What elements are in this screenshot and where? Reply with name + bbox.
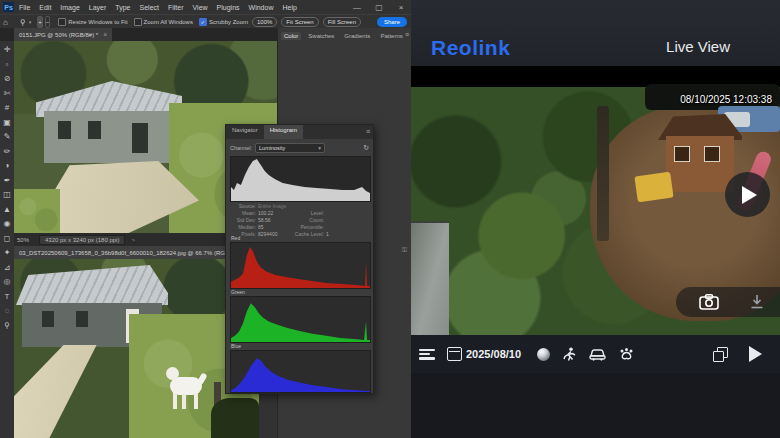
fit-screen-button[interactable]: Fit Screen — [281, 17, 318, 27]
zoom-100-button[interactable]: 100% — [252, 17, 277, 27]
source-dropdown[interactable]: Entire Image — [258, 203, 286, 209]
tool-icon[interactable]: ▲ — [0, 203, 14, 216]
menu-item[interactable]: Plugins — [217, 4, 240, 11]
close-button[interactable]: × — [391, 0, 411, 14]
play-button[interactable] — [749, 346, 762, 362]
tab-navigator[interactable]: Navigator — [226, 125, 264, 139]
tool-icon[interactable]: ◑ — [0, 159, 14, 172]
camera-feed[interactable]: 08/10/2025 12:03:38 — [411, 66, 780, 335]
tool-icon[interactable]: ⚲ — [0, 319, 14, 332]
stat-label: Count: — [286, 217, 324, 223]
chevron-down-icon[interactable]: ▾ — [29, 19, 32, 25]
menu-item[interactable]: Select — [140, 4, 159, 11]
menu-item[interactable]: Window — [249, 4, 274, 11]
play-overlay-button[interactable] — [725, 172, 770, 217]
pet-filter-icon[interactable] — [619, 347, 634, 361]
fill-screen-button[interactable]: Fill Screen — [323, 17, 361, 27]
person-filter-icon[interactable] — [563, 347, 576, 362]
zoom-level[interactable]: 50% — [17, 237, 29, 243]
resize-windows-checkbox[interactable]: Resize Windows to Fit — [58, 18, 127, 26]
tool-icon[interactable]: ✒ — [0, 174, 14, 187]
tab-histogram[interactable]: Histogram — [264, 125, 303, 139]
histogram-panel-tabs: Navigator Histogram — [226, 125, 373, 139]
tool-icon[interactable]: ◎ — [0, 275, 14, 288]
color-panel-tab[interactable]: Swatches — [305, 32, 337, 40]
ps-menubar: Ps FileEditImageLayerTypeSelectFilterVie… — [0, 0, 411, 14]
vehicle-filter-icon[interactable] — [589, 347, 606, 361]
grass-region — [14, 189, 60, 233]
tool-icon[interactable]: ◫ — [0, 188, 14, 201]
tool-icon[interactable]: ▣ — [0, 116, 14, 129]
color-panel-tab[interactable]: Color — [281, 32, 301, 40]
calendar-icon — [447, 347, 462, 361]
tool-icon[interactable]: ✄ — [0, 87, 14, 100]
document-tab-label: 0151.JPG @ 50% (RGB/8#) * — [19, 32, 98, 38]
multi-view-icon[interactable] — [713, 347, 727, 361]
minimize-button[interactable]: — — [347, 0, 367, 14]
tool-icon[interactable]: ✛ — [0, 43, 14, 56]
menu-item[interactable]: Filter — [168, 4, 184, 11]
tool-icon[interactable]: ◌ — [0, 304, 14, 317]
scrubby-zoom-checkbox[interactable]: ✓ Scrubby Zoom — [199, 18, 248, 26]
download-icon[interactable] — [749, 294, 765, 310]
maximize-button[interactable]: ▢ — [369, 0, 389, 14]
motion-filter-icon[interactable] — [537, 348, 550, 361]
zoom-out-button[interactable]: − — [45, 16, 51, 28]
document-tab-1[interactable]: 0151.JPG @ 50% (RGB/8#) * × — [14, 28, 112, 41]
menu-item[interactable]: Edit — [39, 4, 51, 11]
photoshop-window: Ps FileEditImageLayerTypeSelectFilterVie… — [0, 0, 411, 438]
menu-item[interactable]: File — [19, 4, 30, 11]
refresh-icon[interactable]: ↻ — [363, 144, 369, 152]
playhouse-window — [674, 146, 690, 162]
stat-value: 100.22 — [258, 210, 286, 216]
playhouse — [666, 136, 734, 192]
play-icon — [742, 186, 757, 204]
color-panel-tab[interactable]: Gradients — [341, 32, 373, 40]
stat-value: 1 — [326, 231, 329, 237]
checkbox-label: Zoom All Windows — [144, 19, 193, 25]
zoom-all-windows-checkbox[interactable]: Zoom All Windows — [134, 18, 193, 26]
tool-icon[interactable]: ✏ — [0, 145, 14, 158]
tool-icon[interactable]: # — [0, 101, 14, 114]
zoom-in-button[interactable]: + — [37, 16, 43, 28]
house-window — [88, 121, 101, 139]
panel-menu-icon[interactable]: ≡ — [366, 128, 370, 135]
tool-icon[interactable]: ✎ — [0, 130, 14, 143]
green-histogram — [230, 296, 371, 343]
date-picker[interactable]: 2025/08/10 — [447, 347, 521, 361]
tool-icon[interactable]: ◻ — [0, 232, 14, 245]
color-panel-tab[interactable]: Patterns — [377, 32, 405, 40]
menu-item[interactable]: Image — [60, 4, 79, 11]
checkbox-checked-icon: ✓ — [199, 18, 207, 26]
tool-icon[interactable]: ⊿ — [0, 261, 14, 274]
driveway-region — [14, 345, 132, 438]
tool-icon[interactable]: ◉ — [0, 217, 14, 230]
playback-list-icon[interactable] — [419, 349, 435, 360]
menu-item[interactable]: Type — [115, 4, 130, 11]
panel-menu-icon[interactable]: ≡ — [405, 31, 409, 38]
dog-leg — [173, 393, 177, 409]
document-tab-2[interactable]: 03_DST20250609_173658_0_36b98d0f_6600010… — [14, 246, 253, 259]
blue-channel-label: Blue — [231, 343, 241, 349]
tool-icon[interactable]: ⊘ — [0, 72, 14, 85]
home-icon[interactable]: ⌂ — [3, 18, 8, 27]
document-canvas-2[interactable] — [14, 259, 259, 438]
chevron-right-icon[interactable]: > — [131, 237, 135, 243]
snapshot-camera-icon[interactable] — [699, 294, 719, 310]
tool-icon[interactable]: T — [0, 290, 14, 303]
share-button[interactable]: Share — [377, 17, 407, 27]
menu-item[interactable]: Help — [282, 4, 296, 11]
channel-dropdown[interactable]: Luminosity ▾ — [255, 143, 325, 153]
menu-item[interactable]: Layer — [89, 4, 107, 11]
menu-item[interactable]: View — [193, 4, 208, 11]
selected-date: 2025/08/10 — [466, 348, 521, 360]
close-tab-icon[interactable]: × — [103, 31, 107, 38]
green-channel-label: Green — [231, 289, 245, 295]
red-channel-label: Red — [231, 235, 240, 241]
white-dog — [166, 363, 206, 415]
tool-icon[interactable]: ▫ — [0, 58, 14, 71]
stat-label: Level: — [286, 210, 324, 216]
tool-icon[interactable]: ✦ — [0, 246, 14, 259]
zoom-tool-icon[interactable]: ⚲ — [20, 18, 26, 27]
histogram-statistics: Source: Entire Image Mean: 100.22 Level:… — [230, 203, 369, 238]
